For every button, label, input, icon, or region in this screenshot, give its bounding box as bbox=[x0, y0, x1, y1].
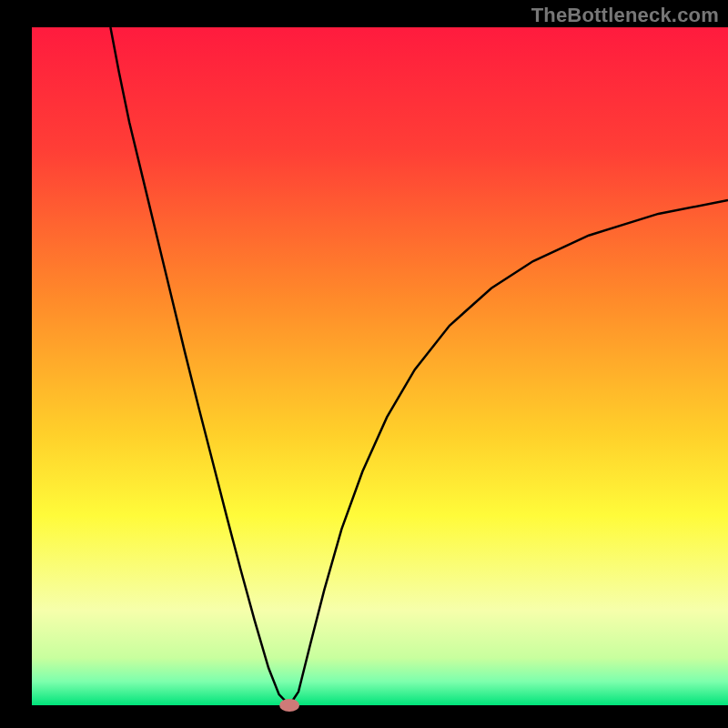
chart-svg bbox=[0, 0, 728, 728]
watermark-label: TheBottleneck.com bbox=[531, 4, 719, 27]
chart-frame: TheBottleneck.com bbox=[0, 0, 728, 728]
plot-background bbox=[32, 27, 728, 705]
bottleneck-marker bbox=[279, 699, 299, 712]
